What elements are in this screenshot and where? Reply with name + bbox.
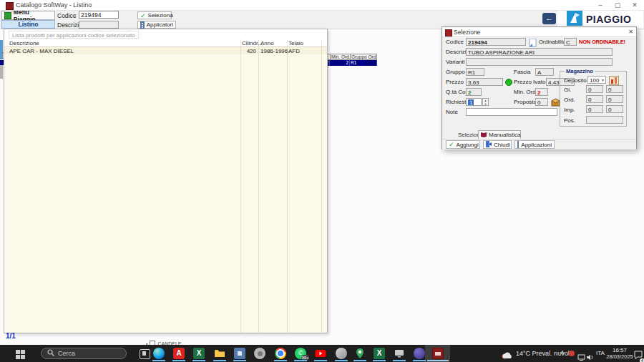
excel-icon-2[interactable]: X <box>374 348 385 359</box>
tab-listino[interactable]: Listino <box>1 20 55 29</box>
note-label: Note <box>446 109 458 115</box>
varianti-field[interactable] <box>466 58 613 66</box>
excel-icon[interactable]: X <box>193 348 205 359</box>
volume-icon[interactable] <box>587 351 594 362</box>
col-descrizione[interactable]: Descrizione <box>9 40 39 47</box>
piaggio-logo-icon <box>567 11 582 26</box>
aggiungi-button[interactable]: ✓ Aggiungi <box>446 140 480 149</box>
notification-badge: 4 <box>640 358 644 362</box>
app-icon <box>6 2 14 10</box>
maximize-button[interactable]: ▢ <box>611 1 624 9</box>
whatsapp-icon[interactable]: ✆99+ <box>295 348 306 359</box>
deposito-select[interactable]: 100▼ <box>587 76 606 84</box>
notification-center-icon[interactable]: 4 <box>634 349 643 362</box>
minimize-button[interactable]: – <box>594 1 607 9</box>
network-icon[interactable] <box>577 351 585 362</box>
gi-field-2: 0 <box>606 85 623 93</box>
chiudi-button[interactable]: Chiudi <box>483 140 512 149</box>
proposta-label: Proposta <box>514 99 537 105</box>
grid-icon <box>140 21 145 29</box>
logo-zone: PIAGGIO <box>557 9 643 29</box>
start-button[interactable] <box>16 350 25 359</box>
dialog-titlebar[interactable]: Selezione ✕ <box>442 27 636 37</box>
cell-cilindrata: 420 <box>240 48 256 54</box>
language-indicator[interactable]: ITA <box>596 350 605 356</box>
selezione-dialog: Selezione ✕ Codice 219494 Ordinabilità C… <box>441 26 637 150</box>
prezzo-field[interactable]: 3,63 <box>466 78 503 86</box>
gi-label: Gi. <box>564 87 571 93</box>
app-icon-gray[interactable] <box>254 348 265 359</box>
richiesta-spinner[interactable]: ▲▼ <box>482 98 489 106</box>
col-cilindrata[interactable]: Cilindr... <box>242 40 263 47</box>
catalogo-app-icon[interactable] <box>432 348 444 359</box>
task-view-button[interactable] <box>140 349 150 359</box>
tray-time: 16:57 <box>605 347 635 353</box>
check-icon: ✓ <box>140 13 146 19</box>
min-ord-label: Min. Ord. <box>514 89 537 95</box>
app-icon-swirl[interactable] <box>336 348 347 359</box>
app-icon-purple[interactable] <box>414 348 425 359</box>
prezzo-ivato-label: Prezzo Ivato <box>514 79 545 85</box>
proposta-field[interactable]: 0 <box>535 98 548 106</box>
page-indicator: 1/1 <box>6 332 16 340</box>
tab-manualistica[interactable]: Manualistica <box>478 130 521 139</box>
app-icon-blue[interactable] <box>234 348 245 359</box>
exit-icon <box>486 141 492 149</box>
chrome-icon[interactable] <box>275 348 286 359</box>
maps-icon[interactable] <box>354 348 366 359</box>
seleziona-button[interactable]: ✓ Seleziona <box>137 11 172 19</box>
tray-date: 28/03/2025 <box>605 353 635 360</box>
weather-icon[interactable] <box>501 349 513 362</box>
codice-field[interactable]: 219494 <box>466 38 526 46</box>
folder-icon[interactable] <box>214 348 225 359</box>
ordinabilita-label: Ordinabilità <box>539 39 566 45</box>
applicatori-button[interactable]: Applicatori <box>137 21 176 29</box>
fascia-label: Fascia <box>514 69 531 75</box>
codice-label: Codice <box>446 39 464 45</box>
search-icon <box>47 349 54 358</box>
dialog-button-band: ✓ Aggiungi Chiudi Applicazioni <box>442 139 636 150</box>
ordinabilita-field[interactable]: C <box>564 38 577 46</box>
min-ord-field[interactable]: 2 <box>535 88 548 96</box>
taskbar: Cerca A X ✆99+ X 14°C Preval. nuvol. ∧ I… <box>0 345 644 362</box>
panel-caption: Lista prodotti per applicazioni codice s… <box>9 31 139 39</box>
grid-icon <box>517 141 519 148</box>
tray-expand-icon[interactable]: ∧ <box>560 349 565 356</box>
selected-table-row[interactable]: 2 2 R1 <box>323 60 377 66</box>
dialog-title: Selezione <box>454 29 480 36</box>
dialog-tabstrip: Selezionato Manualistica <box>442 129 636 140</box>
search-box[interactable]: Cerca <box>41 348 127 359</box>
note-field[interactable] <box>466 108 557 116</box>
cell-telaio: AFD <box>288 48 300 54</box>
gi-field-1: 0 <box>586 85 603 93</box>
tray-alert-icon[interactable] <box>569 351 575 356</box>
back-button[interactable]: ← <box>542 13 556 24</box>
menu-icon <box>4 12 11 19</box>
applicazioni-button[interactable]: Applicazioni <box>514 140 555 149</box>
descrizione-field[interactable]: TUBO ASPIRAZIONE ARI <box>466 48 613 56</box>
menu-piaggio-button[interactable]: Menù Piaggio <box>1 11 55 20</box>
col-telaio[interactable]: Telaio <box>288 40 303 47</box>
monitor-app-icon[interactable] <box>394 348 405 359</box>
acrobat-icon[interactable]: A <box>173 348 185 359</box>
magazzino-group: Magazzino Deposito 100▼ Gi. 0 0 Ord. 0 0… <box>560 71 627 127</box>
gruppo-field[interactable]: R1 <box>466 68 484 76</box>
dialog-close-button[interactable]: ✕ <box>628 29 633 35</box>
ordinabilita-status: NON ORDINABILE! <box>579 39 625 45</box>
search-placeholder: Cerca <box>58 350 75 357</box>
window-title: Catalogo SoftWay - Listino <box>16 1 92 9</box>
column-header: Gruppo Ord. <box>350 54 377 60</box>
col-anno[interactable]: Anno <box>260 40 274 47</box>
qta-conf-field[interactable]: 2 <box>466 88 482 96</box>
clock[interactable]: 16:57 28/03/2025 <box>605 347 635 360</box>
lista-prodotti-panel: Lista prodotti per applicazioni codice s… <box>4 29 328 333</box>
close-button[interactable]: ✕ <box>628 1 641 9</box>
ord-field-1: 0 <box>586 95 603 103</box>
descrizione-input[interactable] <box>79 21 119 29</box>
codice-input[interactable]: 219494 <box>79 11 119 19</box>
edge-icon[interactable] <box>153 348 165 359</box>
richiesta-field[interactable]: 1 <box>466 98 482 106</box>
book-icon <box>481 132 487 139</box>
youtube-icon[interactable] <box>315 348 326 359</box>
fascia-field[interactable]: A <box>535 68 554 76</box>
